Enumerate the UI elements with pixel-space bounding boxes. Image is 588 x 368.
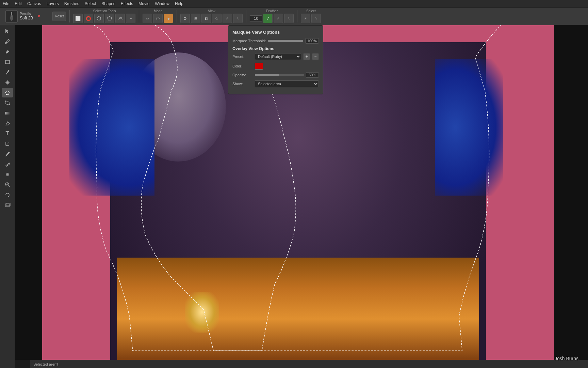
menu-window[interactable]: Window (155, 1, 169, 6)
separator-1 (49, 10, 49, 22)
select-label: Select (306, 9, 316, 13)
menu-file[interactable]: File (3, 1, 9, 6)
left-tool-panel: T (0, 25, 15, 368)
menu-brushes[interactable]: Brushes (64, 1, 79, 6)
preset-label: Preset: (232, 55, 253, 59)
svg-point-2 (11, 15, 13, 17)
separator-2 (69, 10, 70, 22)
feather-input[interactable] (250, 15, 262, 21)
brush-name: Soft 2B (20, 16, 33, 20)
rect-select-tool[interactable]: ⬜ (73, 14, 83, 23)
brush-category: Pencils (20, 12, 33, 16)
tool-transform[interactable] (2, 98, 13, 108)
marquee-panel-title: Marquee View Options (232, 30, 319, 35)
marquee-threshold-label: Marquee Threshold: (232, 39, 266, 43)
tool-text[interactable]: T (2, 129, 13, 138)
figure-hair-left (69, 59, 154, 196)
separator-4 (177, 10, 177, 22)
tool-smudge[interactable] (2, 159, 13, 169)
feather-label: Feather (266, 9, 278, 13)
tool-eraser[interactable] (2, 119, 13, 128)
tool-lasso-active[interactable] (2, 88, 13, 97)
marquee-view-options-panel: Marquee View Options Marquee Threshold: … (228, 25, 323, 94)
preset-remove-icon[interactable]: − (312, 53, 319, 60)
reset-button[interactable]: Reset (52, 12, 66, 21)
tool-rotate[interactable] (2, 190, 13, 200)
view-option1-icon[interactable]: ⬒ (191, 14, 200, 23)
tool-layers[interactable] (2, 200, 13, 210)
opacity-slider[interactable] (255, 74, 304, 76)
add-select-tool[interactable]: + (126, 14, 135, 23)
select-expand-icon[interactable]: ⤢ (301, 14, 310, 23)
armor-glow (185, 292, 219, 333)
ellipse-select-tool[interactable]: ⭕ (84, 14, 93, 23)
separator-3 (139, 10, 139, 22)
svg-point-4 (120, 17, 120, 17)
opacity-label: Opacity: (232, 73, 253, 77)
tool-blur[interactable] (2, 170, 13, 179)
tool-eyedropper[interactable] (2, 37, 13, 46)
mode-circle-icon[interactable]: ● (164, 14, 173, 23)
svg-point-10 (5, 101, 6, 102)
tool-rect[interactable] (2, 57, 13, 67)
tool-clone[interactable] (2, 78, 13, 87)
tool-brush[interactable] (2, 67, 13, 77)
menu-help[interactable]: Help (175, 1, 183, 6)
view-collapse-icon[interactable]: ⤡ (233, 14, 243, 23)
preset-select[interactable]: Default (Ruby) (255, 53, 301, 60)
feather-expand-icon[interactable]: ⤢ (274, 14, 283, 23)
poly-select-tool[interactable] (105, 14, 114, 23)
username-text: Josh Burns (555, 356, 578, 361)
mode-rect-icon[interactable]: ▭ (143, 14, 152, 23)
menu-layers[interactable]: Layers (47, 1, 59, 6)
svg-point-5 (5, 42, 6, 44)
svg-point-7 (5, 74, 6, 75)
menu-select[interactable]: Select (85, 1, 96, 6)
canvas-left-bg (15, 25, 42, 360)
separator-5 (246, 10, 246, 22)
mode-label: Mode (154, 9, 162, 13)
show-select[interactable]: Selected area Unselected area All (255, 80, 319, 87)
preset-row: Preset: Default (Ruby) + − (232, 53, 319, 60)
figure-hair-right (435, 59, 503, 196)
mode-oval-icon[interactable]: ◯ (153, 14, 163, 23)
tool-gradient[interactable] (2, 108, 13, 118)
magic-select-tool[interactable] (115, 14, 125, 23)
brush-preview[interactable] (5, 10, 18, 22)
feather-confirm-icon[interactable]: ✓ (263, 14, 273, 23)
view-expand-icon[interactable]: ⤢ (223, 14, 232, 23)
menu-effects[interactable]: Effects (121, 1, 133, 6)
tool-cursor[interactable] (2, 27, 13, 36)
username-display: Josh Burns (555, 356, 578, 361)
color-label: Color: (232, 64, 253, 68)
view-option2-icon[interactable]: ◧ (201, 14, 211, 23)
opacity-value: 50% (306, 72, 319, 78)
tool-angle[interactable] (2, 139, 13, 149)
lasso-select-tool[interactable] (94, 14, 104, 23)
show-label: Show: (232, 82, 253, 86)
color-swatch[interactable] (255, 63, 263, 70)
marquee-threshold-slider[interactable] (268, 40, 303, 42)
marquee-threshold-value: 100% (305, 38, 319, 44)
main-toolbar: Pencils Soft 2B ♥ Reset Selection Tools … (0, 7, 588, 25)
view-gear-icon[interactable]: ⚙ (180, 14, 190, 23)
color-row: Color: (232, 63, 319, 70)
opacity-fill (255, 74, 279, 76)
svg-rect-12 (5, 112, 10, 114)
tool-fill[interactable] (2, 47, 13, 57)
menu-canvas[interactable]: Canvas (27, 1, 41, 6)
select-shrink-icon[interactable]: ⤡ (311, 14, 321, 23)
menu-shapes[interactable]: Shapes (101, 1, 115, 6)
preset-add-icon[interactable]: + (303, 53, 310, 60)
selected-status-text: Selected aren't (33, 362, 58, 366)
favorite-icon[interactable]: ♥ (35, 13, 43, 20)
brush-indicator: Pencils Soft 2B ♥ (3, 10, 45, 23)
menu-movie[interactable]: Movie (138, 1, 149, 6)
svg-rect-9 (6, 101, 9, 105)
menu-edit[interactable]: Edit (15, 1, 22, 6)
feather-shrink-icon[interactable]: ⤡ (284, 14, 294, 23)
view-option3-icon[interactable]: ◌ (212, 14, 222, 23)
tool-zoom[interactable] (2, 180, 13, 189)
tool-pen[interactable] (2, 149, 13, 159)
selection-tools-label: Selection Tools (93, 9, 116, 13)
